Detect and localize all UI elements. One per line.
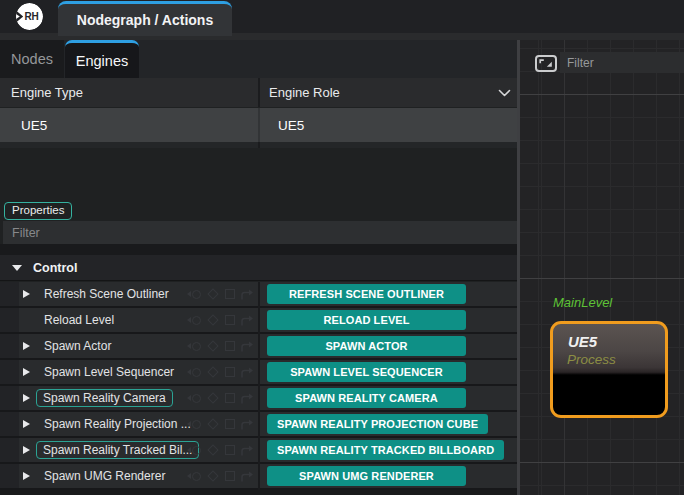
row-icons	[192, 308, 254, 332]
column-divider	[258, 108, 260, 142]
expose-pin-icon[interactable]	[192, 342, 201, 351]
row-icons	[192, 282, 254, 306]
properties-filter-placeholder: Filter	[12, 226, 40, 240]
left-panel: Nodes Engines Engine Type Engine Role UE…	[0, 40, 517, 495]
row-gutter	[0, 464, 19, 488]
keyframe-icon[interactable]	[207, 444, 218, 455]
action-button-spawn-reality-tracked-billboard[interactable]: SPAWN REALITY TRACKED BILLBOARD	[267, 440, 504, 460]
property-label: Spawn UMG Renderer	[44, 464, 165, 488]
row-icons	[192, 412, 254, 436]
action-button-refresh-scene-outliner[interactable]: REFRESH SCENE OUTLINER	[267, 284, 466, 304]
row-gutter	[0, 438, 19, 462]
redirect-arrow-icon[interactable]	[240, 392, 254, 405]
expander-icon[interactable]	[23, 368, 30, 376]
stop-icon[interactable]	[225, 367, 235, 377]
expose-pin-icon[interactable]	[192, 368, 201, 377]
rows-column-divider	[258, 282, 260, 490]
engine-type-value: UE5	[21, 108, 47, 142]
properties-tag-label: Properties	[12, 204, 64, 216]
expander-icon[interactable]	[23, 446, 30, 454]
action-button-spawn-level-sequencer[interactable]: SPAWN LEVEL SEQUENCER	[267, 362, 466, 382]
action-button-spawn-umg-renderer[interactable]: SPAWN UMG RENDERER	[267, 466, 466, 486]
grid-major-vline	[564, 40, 565, 495]
keyframe-icon[interactable]	[207, 470, 218, 481]
expander-icon[interactable]	[23, 420, 30, 428]
action-button-reload-level[interactable]: RELOAD LEVEL	[267, 310, 466, 330]
action-button-spawn-reality-camera[interactable]: SPAWN REALITY CAMERA	[267, 388, 466, 408]
redirect-arrow-icon[interactable]	[240, 288, 254, 301]
expose-pin-icon[interactable]	[192, 290, 201, 299]
action-button-spawn-actor[interactable]: SPAWN ACTOR	[267, 336, 466, 356]
expose-pin-icon[interactable]	[192, 472, 201, 481]
redirect-arrow-icon[interactable]	[240, 340, 254, 353]
fit-view-icon[interactable]	[535, 55, 557, 72]
redirect-arrow-icon[interactable]	[240, 418, 254, 431]
property-label: Spawn Level Sequencer	[44, 360, 174, 384]
canvas-filter-input[interactable]: Filter	[560, 52, 684, 73]
node-title: UE5	[568, 333, 597, 350]
keyframe-icon[interactable]	[207, 392, 218, 403]
collapse-caret-icon[interactable]	[12, 265, 22, 271]
left-tab-strip: Nodes Engines	[0, 40, 517, 78]
expander-icon[interactable]	[23, 342, 30, 350]
property-label: Reload Level	[44, 308, 114, 332]
stop-icon[interactable]	[225, 341, 235, 351]
expose-pin-icon[interactable]	[192, 446, 201, 455]
redirect-arrow-icon[interactable]	[240, 314, 254, 327]
property-label: Spawn Actor	[44, 334, 111, 358]
expander-icon[interactable]	[23, 472, 30, 480]
tab-engines[interactable]: Engines	[65, 40, 139, 78]
property-label-highlighted: Spawn Reality Camera	[36, 389, 173, 407]
gap	[0, 244, 517, 255]
keyframe-icon[interactable]	[207, 340, 218, 351]
stop-icon[interactable]	[225, 419, 235, 429]
keyframe-icon[interactable]	[207, 314, 218, 325]
expose-pin-icon[interactable]	[192, 394, 201, 403]
nodegraph-canvas[interactable]: Filter MainLevel UE5 Process	[520, 40, 684, 495]
keyframe-icon[interactable]	[207, 288, 218, 299]
redirect-arrow-icon[interactable]	[240, 470, 254, 483]
node-ue5[interactable]: UE5 Process	[550, 321, 668, 418]
row-gutter	[0, 334, 19, 358]
column-header-engine-type[interactable]: Engine Type	[11, 78, 83, 107]
reality-hub-logo-icon[interactable]: RH	[16, 3, 43, 30]
expose-pin-icon[interactable]	[192, 420, 201, 429]
row-gutter	[0, 360, 19, 384]
tab-engines-label: Engines	[76, 53, 128, 69]
keyframe-icon[interactable]	[207, 418, 218, 429]
expander-icon[interactable]	[23, 290, 30, 298]
chevron-down-icon[interactable]	[498, 89, 511, 98]
stop-icon[interactable]	[225, 393, 235, 403]
stop-icon[interactable]	[225, 289, 235, 299]
node-group-label[interactable]: MainLevel	[553, 295, 612, 310]
redirect-arrow-icon[interactable]	[240, 444, 254, 457]
row-icons	[192, 386, 254, 410]
column-divider	[258, 78, 260, 107]
redirect-arrow-icon[interactable]	[240, 366, 254, 379]
row-gutter	[0, 308, 19, 332]
properties-filter-input[interactable]: Filter	[3, 221, 517, 244]
expose-pin-icon[interactable]	[192, 316, 201, 325]
row-icons	[192, 334, 254, 358]
svg-text:RH: RH	[24, 11, 38, 22]
row-gutter	[0, 282, 19, 306]
rows-bottom-gap	[0, 490, 517, 495]
row-gutter	[0, 412, 19, 436]
tab-nodegraph-actions[interactable]: Nodegraph / Actions	[58, 1, 232, 36]
stop-icon[interactable]	[225, 315, 235, 325]
column-header-engine-role[interactable]: Engine Role	[269, 78, 340, 107]
keyframe-icon[interactable]	[207, 366, 218, 377]
property-label: Spawn Reality Projection ...	[44, 412, 191, 436]
properties-tag[interactable]: Properties	[4, 202, 72, 220]
tab-nodegraph-actions-label: Nodegraph / Actions	[77, 12, 213, 28]
tab-nodes[interactable]: Nodes	[0, 40, 64, 78]
stop-icon[interactable]	[225, 445, 235, 455]
section-header-label: Control	[33, 261, 77, 275]
canvas-filter-placeholder: Filter	[567, 56, 594, 70]
action-button-spawn-reality-projection-cube[interactable]: SPAWN REALITY PROJECTION CUBE	[267, 414, 488, 434]
stop-icon[interactable]	[225, 471, 235, 481]
expander-icon[interactable]	[23, 394, 30, 402]
property-label: Refresh Scene Outliner	[44, 282, 169, 306]
section-header-control[interactable]: Control	[0, 255, 517, 281]
engine-role-value: UE5	[278, 108, 304, 142]
